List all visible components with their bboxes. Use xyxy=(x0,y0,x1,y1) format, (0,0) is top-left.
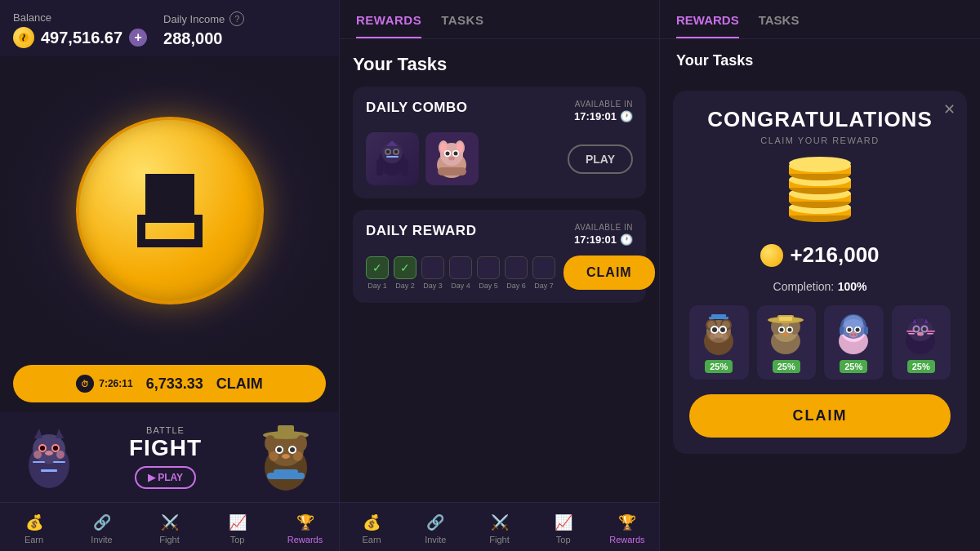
battle-info: BATTLE FIGHT ▶ PLAY xyxy=(95,425,236,489)
svg-point-128 xyxy=(721,333,728,340)
combo-play-button[interactable]: PLAY xyxy=(568,144,633,174)
day-4-check xyxy=(449,256,472,279)
svg-point-99 xyxy=(446,152,450,156)
svg-rect-29 xyxy=(162,182,170,190)
day-5-label: Day 5 xyxy=(479,282,498,290)
battle-play-button[interactable]: ▶ PLAY xyxy=(135,466,196,489)
reward-avail-label: AVAILABLE IN xyxy=(575,223,633,232)
svg-rect-7 xyxy=(186,190,194,198)
svg-point-137 xyxy=(780,328,784,332)
left-header: Balance 497,516.67 + Daily Income ? 288,… xyxy=(0,0,339,56)
svg-rect-63 xyxy=(33,461,45,463)
battle-title: FIGHT xyxy=(95,435,236,461)
right-content-header: Your Tasks xyxy=(660,39,980,82)
svg-rect-28 xyxy=(170,182,178,190)
congratulations-panel: ✕ CONGRATULATIONS CLAIM YOUR REWARD xyxy=(673,91,967,454)
svg-rect-35 xyxy=(162,215,170,223)
reward-amount: +216,000 xyxy=(760,242,879,268)
tab-tasks[interactable]: TASKS xyxy=(441,13,483,38)
reward-coin-icon xyxy=(760,244,783,267)
nav-fight[interactable]: ⚔️ Fight xyxy=(136,509,203,548)
char-dog: 25% xyxy=(757,305,817,380)
reward-characters: 25% 25% xyxy=(689,305,951,380)
claim-label: CLAIM xyxy=(216,375,263,393)
svg-rect-41 xyxy=(194,231,203,239)
svg-point-165 xyxy=(923,327,927,331)
svg-point-138 xyxy=(788,328,792,332)
svg-point-78 xyxy=(293,451,303,461)
svg-rect-32 xyxy=(137,215,145,223)
svg-point-61 xyxy=(33,451,42,459)
add-balance-button[interactable]: + xyxy=(129,29,147,47)
svg-point-115 xyxy=(789,157,851,170)
nav-top[interactable]: 📈 Top xyxy=(203,509,271,548)
day-5: Day 5 xyxy=(477,256,500,290)
right-tabs: REWARDS TASKS xyxy=(660,0,980,39)
svg-rect-16 xyxy=(145,190,154,198)
svg-point-76 xyxy=(282,454,290,459)
battle-section: BATTLE FIGHT ▶ PLAY xyxy=(0,412,339,502)
right-tab-rewards[interactable]: REWARDS xyxy=(676,13,739,38)
combo-char-2 xyxy=(425,132,479,185)
daily-reward-header: DAILY REWARD AVAILABLE IN 17:19:01 🕐 xyxy=(366,223,633,246)
svg-point-58 xyxy=(40,446,45,451)
svg-point-164 xyxy=(915,327,919,331)
nav-rewards[interactable]: 🏆 Rewards xyxy=(271,509,339,548)
svg-point-166 xyxy=(917,332,924,336)
svg-rect-2 xyxy=(162,174,170,182)
day-3-label: Day 3 xyxy=(423,282,443,290)
svg-rect-14 xyxy=(145,207,154,215)
svg-point-100 xyxy=(454,152,458,156)
svg-rect-8 xyxy=(186,198,194,207)
svg-rect-22 xyxy=(154,198,162,207)
svg-rect-154 xyxy=(840,327,844,335)
m-nav-fight[interactable]: ⚔️ Fight xyxy=(467,509,531,548)
char-pig-pct: 25% xyxy=(840,360,867,373)
svg-rect-31 xyxy=(170,190,178,198)
svg-point-150 xyxy=(855,328,859,332)
svg-rect-6 xyxy=(186,182,194,190)
help-button[interactable]: ? xyxy=(229,11,244,26)
svg-rect-11 xyxy=(170,207,178,215)
completion-label: Completion: xyxy=(773,280,835,293)
claim-timer: ⏱ 7:26:11 xyxy=(76,375,132,393)
svg-rect-39 xyxy=(194,215,203,223)
m-nav-top[interactable]: 📈 Top xyxy=(532,509,595,548)
daily-reward-claim-button[interactable]: CLAIM xyxy=(564,256,655,290)
char-pig: 25% xyxy=(824,305,884,380)
svg-point-60 xyxy=(45,451,53,455)
close-button[interactable]: ✕ xyxy=(943,100,956,118)
tab-rewards[interactable]: REWARDS xyxy=(356,13,421,38)
nav-invite[interactable]: 🔗 Invite xyxy=(68,509,136,548)
svg-point-125 xyxy=(720,327,725,332)
svg-rect-64 xyxy=(53,461,65,463)
timer-icon: ⏱ xyxy=(76,375,94,393)
m-top-label: Top xyxy=(556,535,571,544)
svg-rect-42 xyxy=(194,239,203,247)
fight-icon: ⚔️ xyxy=(160,513,180,532)
svg-rect-12 xyxy=(162,207,170,215)
m-invite-icon: 🔗 xyxy=(425,513,445,532)
m-nav-invite[interactable]: 🔗 Invite xyxy=(403,509,467,548)
m-nav-earn[interactable]: 💰 Earn xyxy=(340,509,403,548)
daily-reward-timer: AVAILABLE IN 17:19:01 🕐 xyxy=(574,223,633,246)
char-cat-pct: 25% xyxy=(907,360,935,373)
svg-rect-15 xyxy=(145,198,154,207)
clock-icon-2: 🕐 xyxy=(620,233,633,246)
daily-income-value: 288,000 xyxy=(163,29,244,48)
reward-days-row: ✓ Day 1 ✓ Day 2 Day 3 Day 4 xyxy=(366,256,555,290)
claim-bar-button[interactable]: ⏱ 7:26:11 6,733.33 CLAIM xyxy=(13,365,326,402)
svg-point-127 xyxy=(710,333,716,340)
svg-rect-89 xyxy=(386,156,399,158)
svg-rect-37 xyxy=(178,215,186,223)
m-nav-rewards[interactable]: 🏆 Rewards xyxy=(595,509,659,548)
claim-amount: 6,733.33 xyxy=(146,375,203,393)
main-coin-button[interactable] xyxy=(76,117,264,304)
left-panel: Balance 497,516.67 + Daily Income ? 288,… xyxy=(0,0,339,551)
svg-rect-9 xyxy=(186,207,194,215)
right-tab-tasks[interactable]: TASKS xyxy=(759,13,800,38)
char-bear: 25% xyxy=(689,305,749,380)
svg-rect-130 xyxy=(711,314,726,318)
congrats-claim-button[interactable]: CLAIM xyxy=(689,394,951,438)
nav-earn[interactable]: 💰 Earn xyxy=(0,509,68,548)
